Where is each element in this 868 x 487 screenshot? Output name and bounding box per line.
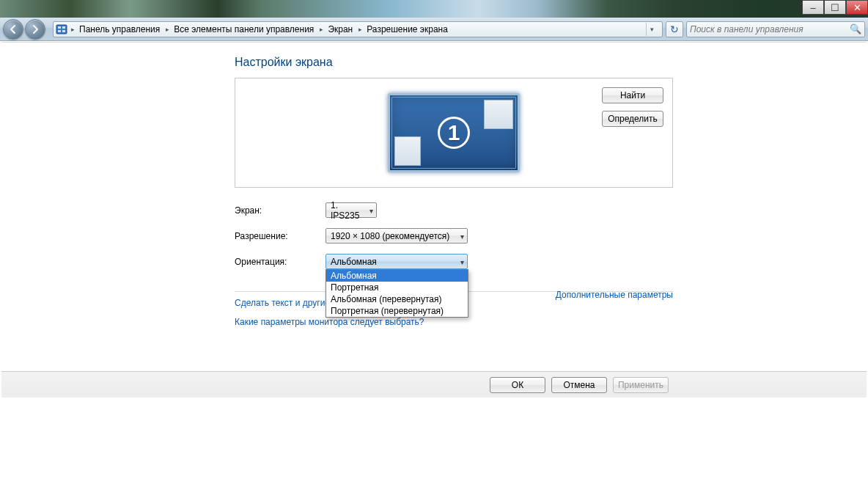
ok-button[interactable]: ОК xyxy=(490,377,545,393)
orientation-option[interactable]: Альбомная (перевернутая) xyxy=(326,293,468,305)
which-settings-link[interactable]: Какие параметры монитора следует выбрать… xyxy=(235,317,424,327)
resolution-select-value: 1920 × 1080 (рекомендуется) xyxy=(331,231,449,241)
svg-rect-4 xyxy=(62,30,65,32)
breadcrumb-item[interactable]: Панель управления xyxy=(76,22,164,37)
maximize-button[interactable]: ☐ xyxy=(824,0,846,15)
dialog-footer: ОК Отмена Применить xyxy=(1,371,867,398)
control-panel-icon xyxy=(55,23,68,35)
display-select-value: 1. IPS235 xyxy=(331,200,363,221)
breadcrumb-item[interactable]: Разрешение экрана xyxy=(364,22,452,37)
breadcrumb-history-dropdown[interactable]: ▾ xyxy=(646,23,658,36)
display-label: Экран: xyxy=(235,205,326,216)
orientation-select[interactable]: Альбомная xyxy=(326,254,468,269)
text-size-link[interactable]: Сделать текст и другие xyxy=(235,298,330,308)
orientation-option[interactable]: Портретная xyxy=(326,282,468,293)
search-icon: 🔍 xyxy=(850,23,861,34)
detect-button[interactable]: Найти xyxy=(602,87,663,103)
close-button[interactable]: ✕ xyxy=(846,0,868,15)
close-icon: ✕ xyxy=(853,3,861,12)
chevron-right-icon: ▸ xyxy=(166,26,169,33)
chevron-right-icon: ▸ xyxy=(71,26,75,33)
monitor-arrangement-panel: 1 Найти Определить xyxy=(235,78,673,188)
content-area: Настройки экрана 1 Найти Определить Экра… xyxy=(1,42,867,487)
navigation-toolbar: ▸ Панель управления ▸ Все элементы панел… xyxy=(0,18,868,41)
minimize-icon: – xyxy=(810,3,815,12)
orientation-label: Ориентация: xyxy=(235,257,326,267)
orientation-option[interactable]: Портретная (перевернутая) xyxy=(326,305,468,317)
resolution-label: Разрешение: xyxy=(235,231,326,241)
window-thumbnail-icon xyxy=(484,100,513,129)
orientation-dropdown: Альбомная Портретная Альбомная (переверн… xyxy=(326,269,468,318)
svg-rect-0 xyxy=(56,25,67,34)
refresh-icon: ↻ xyxy=(670,23,679,35)
chevron-right-icon: ▸ xyxy=(320,26,323,33)
chevron-right-icon: ▸ xyxy=(358,26,362,33)
arrow-right-icon xyxy=(30,24,40,34)
monitor-1[interactable]: 1 xyxy=(388,93,520,172)
svg-rect-3 xyxy=(58,30,61,32)
arrow-left-icon xyxy=(8,24,18,34)
window-controls: – ☐ ✕ xyxy=(802,0,868,15)
breadcrumb-item[interactable]: Все элементы панели управления xyxy=(171,22,318,37)
search-box: 🔍 xyxy=(686,21,865,37)
minimize-button[interactable]: – xyxy=(802,0,824,15)
identify-button[interactable]: Определить xyxy=(602,111,663,127)
monitor-number-badge: 1 xyxy=(438,117,470,149)
orientation-option[interactable]: Альбомная xyxy=(326,270,468,282)
page-title: Настройки экрана xyxy=(235,56,867,69)
display-settings-form: Экран: 1. IPS235 Разрешение: 1920 × 1080… xyxy=(235,202,673,269)
desktop-peek-strip: – ☐ ✕ xyxy=(0,0,868,18)
maximize-icon: ☐ xyxy=(831,3,839,12)
svg-rect-2 xyxy=(62,26,65,29)
svg-rect-1 xyxy=(58,26,61,29)
window-thumbnail-icon xyxy=(394,136,421,166)
refresh-button[interactable]: ↻ xyxy=(666,21,683,37)
resolution-select[interactable]: 1920 × 1080 (рекомендуется) xyxy=(326,228,468,244)
orientation-select-value: Альбомная xyxy=(331,257,377,267)
search-input[interactable] xyxy=(690,24,850,34)
apply-button: Применить xyxy=(613,377,669,393)
links-row-3: Какие параметры монитора следует выбрать… xyxy=(235,317,673,327)
back-button[interactable] xyxy=(3,19,23,40)
breadcrumb[interactable]: ▸ Панель управления ▸ Все элементы панел… xyxy=(53,21,663,37)
breadcrumb-item[interactable]: Экран xyxy=(325,22,357,37)
display-select[interactable]: 1. IPS235 xyxy=(326,202,377,218)
cancel-button[interactable]: Отмена xyxy=(551,377,607,393)
forward-button[interactable] xyxy=(25,19,45,40)
